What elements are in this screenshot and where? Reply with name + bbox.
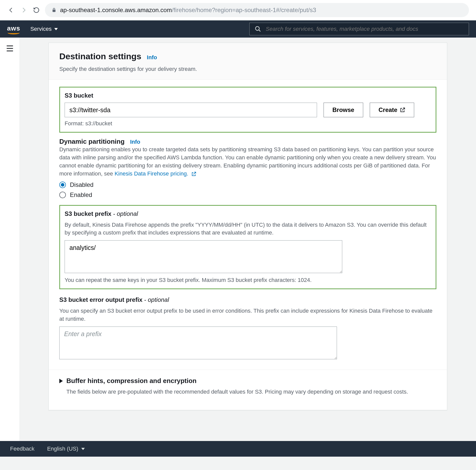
radio-enabled[interactable]: Enabled (59, 191, 436, 198)
dynamic-info-link[interactable]: Info (130, 139, 140, 145)
radio-icon (59, 182, 66, 188)
search-icon (255, 26, 261, 32)
s3-bucket-section: S3 bucket Browse Create Format: s3://buc… (59, 87, 436, 133)
s3-error-prefix-label: S3 bucket error output prefix - optional (59, 296, 436, 303)
services-menu[interactable]: Services (30, 26, 58, 32)
caret-down-icon (54, 28, 58, 30)
create-button-label: Create (379, 106, 398, 113)
lock-icon (51, 7, 57, 13)
s3-prefix-label: S3 bucket prefix - optional (65, 210, 431, 217)
s3-error-prefix-section: S3 bucket error output prefix - optional… (59, 296, 436, 360)
s3-bucket-hint: Format: s3://bucket (65, 120, 431, 127)
destination-settings-card: Destination settings Info Specify the de… (48, 43, 447, 410)
pricing-link[interactable]: Kinesis Data Firehose pricing. (115, 170, 188, 177)
info-link[interactable]: Info (147, 54, 157, 61)
page-title: Destination settings (59, 51, 141, 61)
radio-enabled-label: Enabled (70, 191, 92, 198)
caret-down-icon (81, 448, 85, 450)
feedback-link[interactable]: Feedback (10, 446, 35, 452)
radio-icon (59, 192, 66, 198)
s3-error-prefix-desc: You can specify an S3 bucket error outpu… (59, 307, 436, 323)
dynamic-desc: Dynamic partitioning enables you to crea… (59, 145, 436, 178)
language-selector[interactable]: English (US) (47, 446, 85, 452)
url-bar[interactable]: ap-southeast-1.console.aws.amazon.com/fi… (45, 3, 469, 17)
dynamic-title: Dynamic partitioning (59, 138, 125, 145)
accordion-desc: The fields below are pre-populated with … (59, 388, 436, 396)
s3-bucket-input[interactable] (65, 103, 317, 117)
s3-prefix-section: S3 bucket prefix - optional By default, … (59, 205, 436, 289)
accordion-title: Buffer hints, compression and encryption (66, 377, 197, 385)
s3-prefix-input[interactable] (65, 240, 342, 273)
aws-top-nav: aws Services (0, 20, 476, 38)
side-rail (0, 38, 20, 441)
s3-prefix-desc: By default, Kinesis Data Firehose append… (65, 221, 431, 237)
external-link-icon (400, 107, 405, 113)
external-link-icon (191, 171, 196, 177)
page-subtitle: Specify the destination settings for you… (59, 66, 436, 72)
radio-disabled-label: Disabled (70, 181, 93, 188)
s3-bucket-label: S3 bucket (65, 92, 431, 99)
svg-point-1 (255, 26, 259, 30)
buffer-accordion[interactable]: Buffer hints, compression and encryption… (49, 370, 447, 410)
url-text: ap-southeast-1.console.aws.amazon.com/fi… (60, 7, 316, 14)
footer: Feedback English (US) (0, 441, 476, 457)
services-label: Services (30, 26, 51, 32)
s3-prefix-hint: You can repeat the same keys in your S3 … (65, 277, 431, 283)
create-button[interactable]: Create (370, 103, 414, 117)
global-search-input[interactable] (266, 26, 464, 32)
svg-rect-0 (52, 10, 56, 12)
reload-icon[interactable] (32, 6, 40, 14)
back-icon[interactable] (7, 6, 15, 14)
global-search[interactable] (249, 23, 469, 35)
language-label: English (US) (47, 446, 78, 452)
forward-icon[interactable] (20, 6, 28, 14)
dynamic-partitioning-section: Dynamic partitioning Info Dynamic partit… (59, 138, 436, 198)
card-header: Destination settings Info Specify the de… (49, 43, 447, 80)
browser-chrome: ap-southeast-1.console.aws.amazon.com/fi… (0, 0, 476, 20)
browse-button[interactable]: Browse (324, 103, 363, 117)
expand-icon (59, 379, 63, 383)
radio-disabled[interactable]: Disabled (59, 181, 436, 188)
aws-logo[interactable]: aws (7, 24, 20, 34)
s3-error-prefix-input[interactable] (59, 327, 337, 359)
hamburger-icon[interactable] (6, 45, 14, 441)
